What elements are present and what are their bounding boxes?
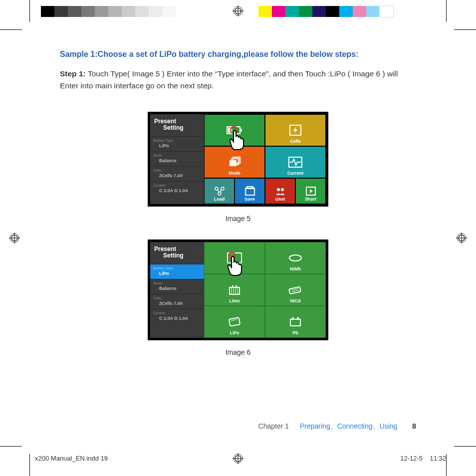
sidebar-title: Present Setting	[150, 242, 204, 264]
crop-mark	[29, 454, 30, 476]
sidebar-row: Mode:Balance	[150, 151, 204, 166]
svg-rect-46	[290, 319, 300, 326]
slug-line: x200 Manual_EN.indd 19 12-12-5 11:32	[35, 455, 446, 462]
svg-point-29	[277, 188, 280, 191]
step-body: Touch Type( Image 5 ) Enter into the “Ty…	[60, 69, 398, 90]
chapter-label: Chapter 1	[258, 422, 289, 430]
sidebar: Present Setting Battery Type:LiPo Mode:B…	[150, 242, 204, 338]
crop-mark	[0, 446, 22, 447]
registration-mark-icon	[9, 233, 20, 243]
sidebar: Present Setting Battery Type:LiPo Mode:B…	[150, 114, 204, 204]
sidebar-row: Battery Type:LiPo	[150, 136, 204, 151]
crop-mark	[0, 29, 22, 30]
svg-rect-40	[236, 285, 237, 287]
tile-pb[interactable]: Pb	[265, 306, 326, 338]
registration-mark-icon	[456, 233, 467, 243]
svg-rect-44	[229, 317, 240, 326]
sidebar-title2: Setting	[154, 125, 200, 131]
load-icon	[214, 186, 225, 196]
play-icon	[305, 186, 316, 196]
svg-point-30	[281, 188, 284, 191]
crop-mark	[446, 454, 447, 476]
crop-mark	[446, 0, 447, 22]
image6-caption: Image 6	[226, 348, 251, 356]
touch-hand-icon	[227, 125, 249, 150]
touch-hand-icon	[225, 251, 247, 276]
tile-mode[interactable]: Mode	[204, 146, 265, 178]
slug-time: 11:32	[430, 455, 446, 462]
pb-icon	[288, 316, 302, 327]
svg-line-45	[231, 319, 237, 321]
sidebar-row: Cells:2Cells 7.4V	[150, 294, 204, 309]
stack-icon	[228, 156, 241, 168]
svg-rect-41	[289, 287, 301, 294]
screen-image5: Present Setting Battery Type:LiPo Mode:B…	[148, 112, 328, 207]
svg-rect-39	[232, 285, 234, 287]
sidebar-row: Battery Type:LiPo	[150, 264, 204, 279]
pulse-icon	[288, 156, 303, 168]
sidebar-row: Current:C 2.0A D 1.0A	[150, 309, 204, 324]
tile-liion[interactable]: LiIon	[204, 274, 265, 306]
tile-life[interactable]: LiFe	[204, 306, 265, 338]
svg-rect-34	[230, 287, 239, 294]
chapter-footer: Chapter 1 Preparing、Connecting、Using 8	[60, 422, 416, 431]
nicd-icon	[288, 284, 303, 295]
crop-mark	[454, 29, 476, 30]
tile-cells[interactable]: Cells	[265, 114, 326, 146]
sidebar-row: Cells:2Cells 7.4V	[150, 166, 204, 181]
svg-rect-27	[245, 188, 254, 195]
users-icon	[274, 187, 286, 196]
sample-title: Sample 1:Choose a set of LiPo battery ch…	[60, 50, 416, 59]
save-icon	[244, 186, 255, 196]
sidebar-row: Current:C 2.0A D 1.0A	[150, 181, 204, 196]
page-number: 8	[412, 422, 416, 430]
bolt-icon	[288, 124, 302, 136]
tile-nicd[interactable]: NiCd	[265, 274, 326, 306]
slug-file: x200 Manual_EN.indd 19	[35, 455, 108, 462]
sidebar-title: Present Setting	[150, 114, 204, 136]
life-icon	[228, 316, 241, 327]
nimh-icon	[288, 253, 303, 263]
crop-mark	[29, 0, 30, 22]
screen-image6: Present Setting Battery Type:LiPo Mode:B…	[148, 239, 328, 340]
liion-icon	[228, 284, 241, 295]
svg-rect-47	[292, 317, 294, 319]
tile-shart[interactable]: Shart	[295, 178, 326, 204]
crop-mark	[454, 446, 476, 447]
slug-date: 12-12-5	[400, 455, 423, 462]
tile-nimh[interactable]: NiMh	[265, 242, 326, 274]
tile-load[interactable]: Load	[204, 178, 235, 204]
svg-rect-48	[297, 317, 299, 319]
registration-mark-icon	[233, 5, 243, 16]
step-label: Step 1:	[60, 69, 88, 78]
tile-uset[interactable]: Uset	[265, 178, 295, 204]
sidebar-row: Mode:Balance	[150, 279, 204, 294]
svg-point-33	[289, 255, 301, 261]
chapter-title: Preparing、Connecting、Using	[300, 422, 397, 430]
tile-current[interactable]: Current	[265, 146, 326, 178]
tile-save[interactable]: Save	[235, 178, 265, 204]
sidebar-title2: Setting	[154, 252, 200, 259]
svg-point-26	[218, 192, 221, 195]
step-text: Step 1: Touch Type( Image 5 ) Enter into…	[60, 68, 416, 92]
image5-caption: Image 5	[226, 215, 251, 223]
